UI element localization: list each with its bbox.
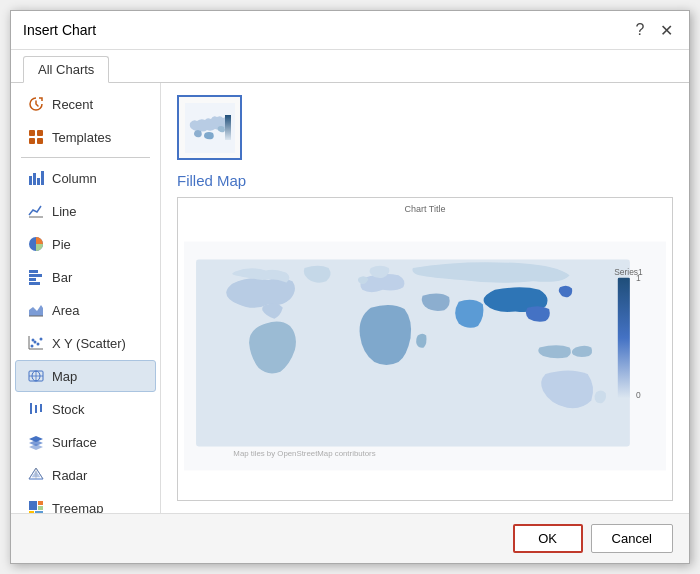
svg-rect-78: [225, 115, 231, 140]
svg-rect-46: [38, 506, 43, 510]
column-icon: [26, 168, 46, 188]
svg-rect-0: [29, 130, 35, 136]
templates-label: Templates: [52, 130, 111, 145]
chart-type-scatter[interactable]: X Y (Scatter): [15, 327, 156, 359]
tabs-bar: All Charts: [11, 50, 689, 83]
svg-rect-5: [33, 173, 36, 185]
chart-type-surface[interactable]: Surface: [15, 426, 156, 458]
svg-point-20: [32, 339, 35, 342]
chart-type-area[interactable]: Area: [15, 294, 156, 326]
svg-rect-10: [29, 270, 38, 273]
svg-point-19: [40, 338, 43, 341]
chart-thumbnails: [177, 95, 673, 160]
svg-point-16: [31, 345, 34, 348]
line-icon: [26, 201, 46, 221]
svg-rect-6: [37, 178, 40, 185]
svg-text:0: 0: [636, 390, 641, 400]
map-icon: [26, 366, 46, 386]
map-label: Map: [52, 369, 77, 384]
recent-icon: [26, 94, 46, 114]
separator: [21, 157, 150, 158]
svg-text:Series1: Series1: [614, 267, 643, 277]
svg-rect-7: [41, 171, 44, 185]
treemap-label: Treemap: [52, 501, 104, 514]
left-panel: Recent Templates: [11, 83, 161, 513]
scatter-label: X Y (Scatter): [52, 336, 126, 351]
map-preview-container: Chart Title: [178, 198, 672, 500]
footer: OK Cancel: [11, 513, 689, 563]
title-buttons: ? ✕: [629, 19, 677, 41]
chart-type-pie[interactable]: Pie: [15, 228, 156, 260]
chart-type-column[interactable]: Column: [15, 162, 156, 194]
chart-type-radar[interactable]: Radar: [15, 459, 156, 491]
svg-rect-44: [29, 501, 37, 510]
svg-rect-4: [29, 176, 32, 185]
pie-icon: [26, 234, 46, 254]
svg-marker-38: [29, 436, 43, 442]
chart-type-line[interactable]: Line: [15, 195, 156, 227]
pie-label: Pie: [52, 237, 71, 252]
title-bar: Insert Chart ? ✕: [11, 11, 689, 50]
svg-rect-2: [29, 138, 35, 144]
svg-rect-12: [29, 278, 36, 281]
line-label: Line: [52, 204, 77, 219]
insert-chart-dialog: Insert Chart ? ✕ All Charts Recent: [10, 10, 690, 564]
chart-type-treemap[interactable]: Treemap: [15, 492, 156, 513]
cancel-button[interactable]: Cancel: [591, 524, 673, 553]
radar-icon: [26, 465, 46, 485]
svg-text:Map tiles by OpenStreetMap con: Map tiles by OpenStreetMap contributors: [233, 449, 375, 458]
area-icon: [26, 300, 46, 320]
svg-point-18: [37, 343, 40, 346]
stock-icon: [26, 399, 46, 419]
area-label: Area: [52, 303, 79, 318]
svg-rect-11: [29, 274, 42, 277]
chart-type-bar[interactable]: Bar: [15, 261, 156, 293]
chart-type-templates[interactable]: Templates: [15, 121, 156, 153]
templates-icon: [26, 127, 46, 147]
preview-chart-title: Chart Title: [404, 204, 445, 214]
radar-label: Radar: [52, 468, 87, 483]
svg-rect-3: [37, 138, 43, 144]
close-button[interactable]: ✕: [655, 19, 677, 41]
surface-label: Surface: [52, 435, 97, 450]
svg-rect-45: [38, 501, 43, 505]
map-svg: 1 0 Series1 Map tiles by OpenStreetMap c…: [184, 218, 666, 494]
treemap-icon: [26, 498, 46, 513]
chart-preview: Chart Title: [177, 197, 673, 501]
svg-rect-1: [37, 130, 43, 136]
surface-icon: [26, 432, 46, 452]
recent-label: Recent: [52, 97, 93, 112]
stock-label: Stock: [52, 402, 85, 417]
bar-icon: [26, 267, 46, 287]
help-button[interactable]: ?: [629, 19, 651, 41]
column-label: Column: [52, 171, 97, 186]
tab-all-charts[interactable]: All Charts: [23, 56, 109, 83]
selected-chart-name: Filled Map: [177, 172, 673, 189]
chart-type-recent[interactable]: Recent: [15, 88, 156, 120]
svg-rect-13: [29, 282, 40, 285]
ok-button[interactable]: OK: [513, 524, 583, 553]
svg-rect-81: [618, 278, 630, 399]
dialog-title: Insert Chart: [23, 22, 96, 38]
right-panel: Filled Map Chart Title: [161, 83, 689, 513]
scatter-icon: [26, 333, 46, 353]
bar-label: Bar: [52, 270, 72, 285]
chart-type-map[interactable]: Map: [15, 360, 156, 392]
map-thumb-filled[interactable]: [177, 95, 242, 160]
content-area: Recent Templates: [11, 83, 689, 513]
chart-type-stock[interactable]: Stock: [15, 393, 156, 425]
svg-marker-14: [29, 305, 43, 316]
